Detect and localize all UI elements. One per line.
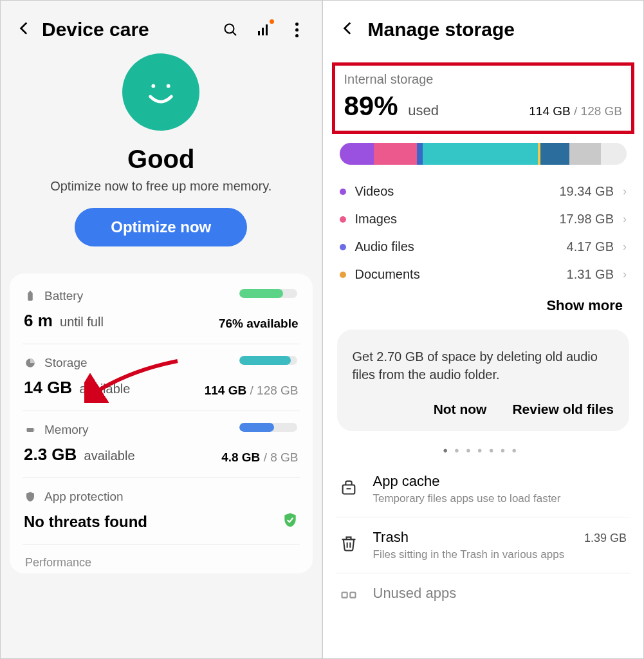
back-button[interactable] [16, 20, 33, 40]
category-list: Videos19.34 GB›Images17.98 GB›Audio file… [323, 178, 644, 288]
row-subtitle: Files sitting in the Trash in various ap… [373, 548, 627, 561]
battery-available: 76% available [219, 317, 299, 331]
memory-bar [239, 423, 297, 432]
row-title: App cache [373, 473, 440, 490]
shield-check-icon [282, 512, 299, 531]
category-row[interactable]: Documents1.31 GB› [340, 261, 627, 288]
category-row[interactable]: Audio files4.17 GB› [340, 233, 627, 261]
memory-used: 4.8 GB [221, 450, 260, 464]
svg-rect-10 [27, 428, 34, 432]
svg-point-6 [167, 84, 170, 88]
notification-dot-icon [270, 19, 274, 24]
svg-line-1 [233, 32, 236, 35]
header: Device care [1, 1, 322, 50]
not-now-button[interactable]: Not now [434, 402, 487, 417]
used-amount: 114 GB [529, 104, 570, 118]
storage-segment [417, 143, 423, 165]
trash-row[interactable]: Trash 1.39 GB Files sitting in the Trash… [336, 517, 631, 573]
pager-dots: ●●●●●●● [323, 439, 644, 458]
chevron-right-icon: › [623, 212, 627, 226]
status-subtitle: Optimize now to free up more memory. [20, 179, 302, 194]
protection-label: App protection [44, 490, 124, 504]
manage-list: App cache Temporary files apps use to lo… [323, 458, 644, 615]
status-list: Battery 6 m until full 76% available Sto… [10, 274, 313, 573]
status-text: Good [20, 145, 302, 174]
chevron-right-icon: › [623, 185, 627, 198]
activity-icon[interactable] [256, 22, 271, 37]
header-actions [223, 22, 305, 37]
internal-storage-summary: Internal storage 89% used 114 GB / 128 G… [332, 62, 635, 134]
memory-label: Memory [44, 423, 89, 437]
storage-used: 114 GB [205, 384, 246, 397]
internal-label: Internal storage [344, 72, 623, 87]
used-word: used [408, 102, 439, 118]
storage-segment [423, 143, 538, 165]
svg-point-5 [152, 84, 156, 88]
page-title: Device care [42, 19, 214, 41]
storage-total: 128 GB [257, 384, 298, 397]
storage-bar [239, 356, 297, 365]
battery-bar [239, 289, 297, 298]
suggestion-text: Get 2.70 GB of space by deleting old aud… [353, 348, 614, 384]
category-row[interactable]: Images17.98 GB› [340, 205, 627, 233]
protection-row[interactable]: App protection No threats found [23, 478, 300, 544]
cache-icon [337, 476, 360, 499]
storage-value: 14 GB [24, 378, 72, 397]
storage-row[interactable]: Storage 14 GB available 114 GB / 128 GB [23, 344, 300, 411]
row-subtitle: Temporary files apps use to load faster [373, 492, 627, 505]
memory-total: 8 GB [270, 450, 298, 464]
optimize-button[interactable]: Optimize now [75, 208, 247, 246]
storage-segment [601, 143, 627, 165]
battery-value: 6 m [24, 311, 53, 330]
page-title: Manage storage [368, 19, 515, 41]
storage-icon [24, 357, 37, 369]
used-pct: 89% [344, 91, 398, 121]
category-label: Images [355, 212, 560, 227]
memory-value: 2.3 GB [24, 445, 77, 464]
trash-icon [337, 532, 360, 555]
storage-segment [569, 143, 601, 165]
row-size: 1.39 GB [584, 532, 627, 545]
svg-rect-4 [266, 24, 268, 35]
more-icon[interactable] [290, 22, 305, 37]
storage-label: Storage [44, 356, 87, 370]
battery-row[interactable]: Battery 6 m until full 76% available [23, 277, 300, 344]
show-more-button[interactable]: Show more [323, 288, 644, 322]
suggestion-card: Get 2.70 GB of space by deleting old aud… [337, 330, 630, 431]
svg-rect-11 [26, 429, 27, 430]
search-icon[interactable] [223, 22, 238, 37]
unused-apps-row[interactable]: Unused apps [336, 573, 631, 611]
svg-point-0 [225, 24, 234, 33]
header: Manage storage [323, 1, 644, 52]
battery-suffix: until full [60, 315, 104, 329]
back-button[interactable] [340, 20, 356, 40]
category-dot-icon [340, 189, 346, 195]
review-button[interactable]: Review old files [512, 402, 614, 417]
svg-rect-2 [258, 31, 260, 35]
storage-segment [374, 143, 417, 165]
svg-rect-8 [30, 291, 32, 292]
protection-value: No threats found [24, 513, 147, 531]
category-dot-icon [340, 272, 346, 278]
row-title: Trash [373, 529, 409, 546]
category-label: Videos [355, 184, 560, 199]
svg-rect-15 [342, 485, 354, 494]
category-size: 4.17 GB [567, 239, 614, 254]
app-cache-row[interactable]: App cache Temporary files apps use to lo… [336, 461, 631, 517]
category-size: 1.31 GB [567, 267, 614, 282]
manage-storage-screen: Manage storage Internal storage 89% used… [322, 1, 644, 659]
category-row[interactable]: Videos19.34 GB› [340, 178, 627, 205]
svg-rect-12 [26, 431, 27, 431]
category-size: 17.98 GB [559, 212, 614, 227]
battery-label: Battery [44, 289, 83, 303]
chevron-right-icon: › [623, 240, 627, 254]
svg-rect-14 [33, 431, 35, 431]
chevron-right-icon: › [623, 268, 627, 281]
memory-suffix: available [84, 449, 135, 463]
memory-row[interactable]: Memory 2.3 GB available 4.8 GB / 8 GB [23, 411, 300, 478]
shield-icon [24, 490, 37, 503]
category-size: 19.34 GB [559, 184, 614, 199]
category-dot-icon [340, 216, 346, 223]
category-dot-icon [340, 244, 346, 250]
memory-icon [24, 423, 37, 436]
